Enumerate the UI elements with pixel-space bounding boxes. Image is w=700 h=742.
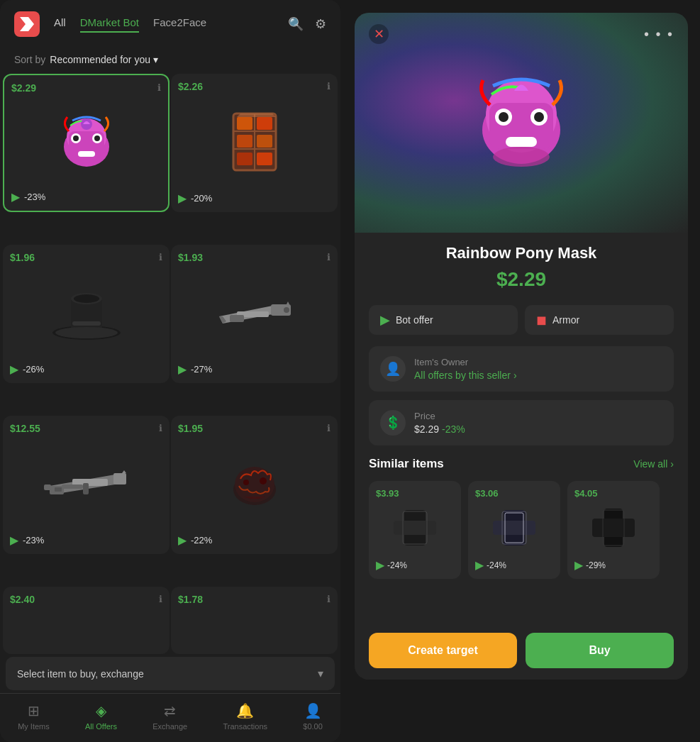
bell-icon: 🔔 [236, 702, 254, 719]
owner-link[interactable]: All offers by this seller › [414, 370, 662, 381]
svg-point-24 [74, 294, 99, 303]
filter-icon[interactable]: ⚙ [315, 16, 326, 32]
svg-rect-14 [237, 117, 252, 130]
tag-bot-offer-label: Bot offer [396, 314, 433, 326]
info-icon[interactable]: ℹ [327, 594, 330, 604]
close-button[interactable]: ✕ [369, 24, 389, 44]
item-image [178, 267, 330, 358]
similar-discount: -29% [586, 560, 606, 570]
item-card[interactable]: $1.78 ℹ [171, 587, 338, 654]
item-image [11, 98, 161, 186]
item-card[interactable]: $12.55 ℹ ▶ -23% [3, 416, 170, 554]
similar-items-row: $3.93 ▶ -24% $3.06 [369, 481, 674, 579]
buy-button[interactable]: Buy [526, 633, 674, 668]
similar-item-price: $3.93 [376, 488, 454, 499]
sort-value[interactable]: Recommended for you ▾ [50, 54, 158, 65]
item-discount: -27% [191, 364, 212, 375]
item-discount: -22% [191, 535, 212, 546]
svg-rect-16 [237, 135, 252, 148]
item-card[interactable]: $2.40 ℹ [3, 587, 170, 654]
tab-all[interactable]: All [54, 16, 66, 33]
dmarket-icon: ▶ [178, 362, 187, 376]
offers-icon: ◈ [96, 702, 106, 719]
nav-icons: 🔍 ⚙ [288, 16, 326, 32]
similar-item[interactable]: $4.05 ▶ -29% [567, 481, 660, 579]
select-bar-label: Select item to buy, exchange [17, 668, 144, 680]
info-icon[interactable]: ℹ [159, 252, 162, 262]
item-discount: -26% [23, 364, 44, 375]
similar-section: Similar items View all › $3.93 [369, 457, 674, 579]
item-bottom: ▶ -23% [10, 533, 162, 547]
dmarket-icon: ▶ [178, 533, 187, 547]
mp5-image [44, 459, 129, 509]
svg-point-6 [94, 135, 100, 141]
similar-item-bottom: ▶ -24% [475, 558, 553, 572]
svg-point-47 [534, 112, 544, 122]
app-logo[interactable] [14, 11, 40, 37]
info-icon[interactable]: ℹ [159, 594, 162, 604]
svg-rect-35 [55, 487, 62, 492]
nav-transactions[interactable]: 🔔 Transactions [223, 702, 267, 731]
select-bar[interactable]: Select item to buy, exchange ▾ [6, 657, 335, 690]
svg-point-50 [493, 147, 550, 167]
nav-my-items[interactable]: ⊞ My Items [18, 702, 50, 731]
item-price: $2.29 [11, 82, 161, 94]
search-icon[interactable]: 🔍 [288, 16, 304, 32]
svg-rect-52 [394, 521, 436, 535]
item-card[interactable]: $2.29 ℹ [3, 74, 170, 212]
more-options-button[interactable]: • • • [644, 26, 674, 43]
item-card[interactable]: $1.96 ℹ ▶ -26% [3, 245, 170, 383]
info-icon[interactable]: ℹ [327, 423, 330, 433]
item-name: Rainbow Pony Mask [369, 244, 674, 262]
nav-exchange[interactable]: ⇄ Exchange [152, 702, 187, 731]
info-icon[interactable]: ℹ [327, 252, 330, 262]
info-icon[interactable]: ℹ [327, 81, 330, 92]
tab-face2face[interactable]: Face2Face [153, 16, 206, 33]
similar-item-price: $3.06 [475, 488, 553, 499]
tag-armor[interactable]: ◼ Armor [525, 305, 674, 335]
similar-item[interactable]: $3.93 ▶ -24% [369, 481, 461, 579]
items-grid: $2.29 ℹ [0, 74, 340, 585]
svg-point-46 [499, 112, 509, 122]
svg-point-40 [260, 477, 267, 484]
armor-icon: ◼ [536, 312, 547, 328]
similar-discount: -24% [487, 560, 506, 570]
price-label: Price [414, 411, 662, 421]
chevron-down-icon: ▾ [153, 54, 158, 65]
svg-rect-34 [83, 483, 89, 494]
svg-rect-19 [257, 153, 272, 165]
info-icon[interactable]: ℹ [159, 423, 162, 433]
svg-rect-28 [230, 315, 244, 322]
svg-rect-33 [62, 484, 83, 489]
svg-point-29 [284, 307, 289, 313]
item-discount: -23% [23, 535, 44, 546]
item-price: $12.55 [10, 423, 162, 434]
owner-text: Item's Owner All offers by this seller › [414, 357, 662, 381]
price-row: 💲 Price $2.29 -23% [380, 410, 662, 436]
item-discount: -23% [24, 192, 45, 202]
user-icon: 👤 [304, 702, 322, 719]
shotgun-image [216, 292, 294, 334]
dmarket-icon: ▶ [10, 362, 18, 376]
grid-icon: ⊞ [28, 702, 40, 719]
nav-wallet[interactable]: 👤 $0.00 [303, 702, 323, 731]
tab-dmarket-bot[interactable]: DMarket Bot [80, 16, 139, 33]
item-card[interactable]: $1.95 ℹ ▶ -22% [171, 416, 338, 554]
nav-all-offers[interactable]: ◈ All Offers [85, 702, 117, 731]
similar-item[interactable]: $3.06 ▶ -24% [468, 481, 560, 579]
item-price: $1.95 [178, 423, 330, 434]
top-bar: All DMarket Bot Face2Face 🔍 ⚙ [0, 0, 340, 48]
create-target-button[interactable]: Create target [369, 633, 517, 668]
sort-label: Sort by [14, 54, 45, 65]
info-icon[interactable]: ℹ [157, 82, 161, 93]
item-bottom: ▶ -23% [11, 190, 161, 204]
view-all-link[interactable]: View all › [633, 458, 674, 470]
item-bottom: ▶ -26% [10, 362, 162, 376]
price-info-card: 💲 Price $2.29 -23% [369, 400, 674, 445]
item-card[interactable]: $1.93 ℹ ▶ -27% [171, 245, 338, 383]
item-card[interactable]: $2.26 ℹ ▶ [171, 74, 338, 212]
tag-bot-offer[interactable]: ▶ Bot offer [369, 305, 518, 335]
item-image [10, 267, 162, 358]
similar-title: Similar items [369, 457, 444, 471]
price-discount: -23% [442, 423, 465, 435]
